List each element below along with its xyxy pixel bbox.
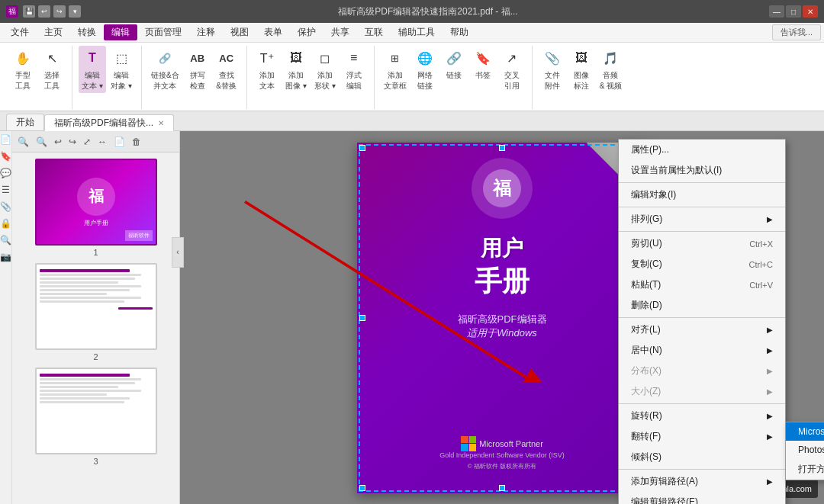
cross-ref-button[interactable]: ↗ 交叉引用 [498, 46, 526, 93]
maximize-button[interactable]: □ [786, 5, 801, 18]
link-merge-button[interactable]: 🔗 链接&合并文本 [148, 46, 182, 93]
ctx-edit-object[interactable]: 编辑对象(I) [619, 185, 785, 205]
undo-icon[interactable]: ↩ [38, 5, 50, 18]
dropdown-icon[interactable]: ▾ [69, 5, 81, 18]
find-replace-button[interactable]: AC 查找&替换 [213, 46, 240, 93]
bookmark-button[interactable]: 🔖 书签 [469, 46, 497, 82]
collapse-panel-button[interactable]: ‹ [172, 237, 184, 268]
menu-comment[interactable]: 注释 [189, 24, 223, 40]
menu-page-management[interactable]: 页面管理 [137, 24, 189, 40]
select-tool-button[interactable]: ↖ 选择工具 [38, 46, 66, 93]
sidebar-search-icon[interactable]: 🔍 [0, 235, 11, 246]
menu-edit[interactable]: 编辑 [104, 24, 137, 40]
file-attachment-button[interactable]: 📎 文件附件 [539, 46, 566, 93]
ctx-edit-clip-label: 编辑剪辑路径(E) [631, 496, 698, 504]
ctx-add-clip[interactable]: 添加剪辑路径(A) ▶ [619, 471, 785, 492]
tab-start[interactable]: 开始 [6, 114, 44, 130]
menu-connect[interactable]: 互联 [357, 24, 391, 40]
delete-page-button[interactable]: 🗑 [130, 135, 143, 149]
width-button[interactable]: ↔ [95, 135, 109, 149]
insert-page-button[interactable]: 📄 [111, 135, 127, 149]
thumbnail-page-2[interactable]: 2 [18, 263, 173, 361]
sidebar-bookmark-icon[interactable]: 🔖 [0, 151, 11, 162]
ctx-edit-clip[interactable]: 编辑剪辑路径(E) [619, 492, 785, 504]
thumbnail-list: 福 用户手册 福昕软件 1 [12, 152, 179, 504]
rotate-right-button[interactable]: ↪ [66, 135, 79, 149]
handle-tm[interactable] [499, 145, 505, 151]
thumbnail-page-1[interactable]: 福 用户手册 福昕软件 1 [18, 159, 173, 257]
add-text-button[interactable]: T⁺ 添加文本 [253, 46, 281, 93]
ctx-distribute[interactable]: 分布(X) ▶ [619, 361, 785, 381]
ctx-size[interactable]: 大小(Z) ▶ [619, 381, 785, 402]
add-article-button[interactable]: ⊞ 添加文章框 [381, 46, 410, 93]
menu-protect[interactable]: 保护 [290, 24, 323, 40]
ctx-rotate[interactable]: 旋转(R) ▶ [619, 406, 785, 426]
floating-edit-button[interactable]: ≡ 浮式编辑 [340, 46, 368, 93]
save-icon[interactable]: 💾 [23, 5, 35, 18]
sidebar-layers-icon[interactable]: ☰ [2, 185, 10, 195]
sidebar-page-icon[interactable]: 📄 [0, 134, 11, 145]
ctx-arrange[interactable]: 排列(G) ▶ [619, 209, 785, 230]
partner-row: Microsoft Partner [357, 436, 647, 451]
file-attach-label: 文件附件 [545, 70, 560, 91]
submenu-ms-paint[interactable]: Microsoft Paint [786, 422, 824, 441]
fit-button[interactable]: ⤢ [81, 135, 93, 149]
file-attach-icon: 📎 [542, 47, 563, 69]
sidebar-comment-icon[interactable]: 💬 [0, 168, 11, 178]
ctx-cut[interactable]: 剪切(U) Ctrl+X [619, 233, 785, 254]
link-button[interactable]: 🔗 链接 [440, 46, 468, 82]
minimize-button[interactable]: — [769, 5, 784, 18]
menu-help[interactable]: 帮助 [443, 24, 476, 40]
tab-document[interactable]: 福昕高级PDF编辑器快... ✕ [44, 114, 174, 131]
sidebar-lock-icon[interactable]: 🔒 [0, 218, 11, 229]
web-link-button[interactable]: 🌐 网络链接 [411, 46, 439, 93]
ctx-copy[interactable]: 复制(C) Ctrl+C [619, 254, 785, 274]
sidebar-scan-icon[interactable]: 📷 [0, 252, 11, 262]
ctx-center[interactable]: 居中(N) ▶ [619, 340, 785, 361]
redo-icon[interactable]: ↪ [53, 5, 66, 18]
ctx-sep-1 [619, 182, 785, 183]
menu-share[interactable]: 共享 [323, 24, 357, 40]
tab-close-button[interactable]: ✕ [158, 119, 164, 127]
ctx-properties[interactable]: 属性(P)... [619, 140, 785, 160]
find-label: 查找&替换 [216, 70, 237, 91]
image-annotation-button[interactable]: 🖼 图像标注 [568, 46, 595, 93]
announce-button[interactable]: 告诉我... [772, 24, 821, 40]
audio-video-button[interactable]: 🎵 音频& 视频 [597, 46, 625, 93]
ctx-set-default[interactable]: 设置当前属性为默认(I) [619, 160, 785, 181]
submenu-photoshop[interactable]: Photoshop [786, 441, 824, 459]
handle-bm[interactable] [499, 485, 505, 491]
menu-home[interactable]: 主页 [37, 24, 70, 40]
spellcheck-button[interactable]: AB 拼写检查 [184, 46, 211, 93]
hand-tool-button[interactable]: ✋ 手型工具 [9, 46, 37, 93]
menu-file[interactable]: 文件 [3, 24, 37, 40]
ctx-distribute-arrow: ▶ [767, 367, 773, 375]
ctx-delete[interactable]: 删除(D) [619, 295, 785, 316]
handle-tl[interactable] [359, 145, 365, 151]
add-image-button[interactable]: 🖼 添加图像 ▾ [282, 46, 310, 93]
ctx-copy-shortcut: Ctrl+C [749, 260, 773, 269]
menu-view[interactable]: 视图 [223, 24, 256, 40]
menu-assist[interactable]: 辅助工具 [391, 24, 443, 40]
find-icon: AC [216, 47, 237, 69]
web-label: 网络链接 [417, 70, 433, 91]
menu-form[interactable]: 表单 [256, 24, 290, 40]
menu-convert[interactable]: 转换 [70, 24, 104, 40]
submenu-open-with[interactable]: 打开方式(P)... [786, 459, 824, 480]
ctx-flip[interactable]: 翻转(F) ▶ [619, 426, 785, 447]
ctx-align-label: 对齐(L) [631, 323, 661, 336]
edit-object-button[interactable]: ⬚ 编辑对象 ▾ [108, 46, 135, 93]
ctx-paste[interactable]: 粘贴(T) Ctrl+V [619, 274, 785, 295]
close-button[interactable]: ✕ [803, 5, 818, 18]
ctx-skew[interactable]: 倾斜(S) [619, 447, 785, 467]
handle-bl[interactable] [359, 485, 365, 491]
edit-text-button[interactable]: T 编辑文本 ▾ [79, 46, 106, 93]
thumbnail-page-3[interactable]: 3 [18, 368, 173, 466]
ctx-align[interactable]: 对齐(L) ▶ [619, 319, 785, 340]
sidebar-attach-icon[interactable]: 📎 [0, 201, 11, 212]
doc-main-title2: 手册 [357, 263, 647, 300]
zoom-out-button[interactable]: 🔍 [15, 135, 31, 149]
add-shape-button[interactable]: ◻ 添加形状 ▾ [311, 46, 339, 93]
zoom-in-button[interactable]: 🔍 [34, 135, 50, 149]
rotate-left-button[interactable]: ↩ [52, 135, 64, 149]
